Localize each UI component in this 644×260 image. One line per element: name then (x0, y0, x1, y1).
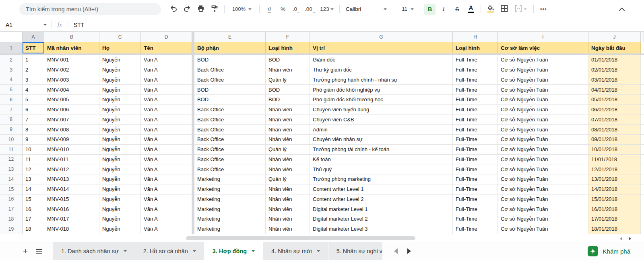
percent-format-button[interactable]: % (276, 3, 290, 15)
formula-input[interactable]: STT (74, 22, 84, 28)
cell[interactable]: Marketing (194, 184, 266, 194)
cell[interactable]: Marketing (194, 194, 266, 205)
cell[interactable]: Marketing (194, 174, 266, 184)
cell[interactable]: Full-Time (453, 204, 498, 214)
row-header-7[interactable]: 7 (0, 105, 23, 115)
cell[interactable]: 14/01/2018 (588, 184, 641, 194)
cell[interactable]: Full-Time (453, 145, 498, 155)
cell[interactable]: 1 (23, 55, 44, 65)
cell[interactable]: MNV-003 (44, 75, 99, 85)
cell[interactable]: Văn A (141, 155, 192, 165)
cell[interactable]: Chuyên viên tuyển dụng (310, 105, 453, 115)
cell[interactable]: Full-Time (453, 184, 498, 194)
merge-cells-button[interactable] (511, 3, 530, 15)
cell[interactable]: BOD (194, 95, 266, 105)
cell[interactable]: Văn A (141, 135, 192, 145)
cell[interactable]: Cơ sở Nguyễn Tuân (498, 55, 588, 65)
cell[interactable]: MNV-011 (44, 155, 99, 165)
row-header-19[interactable]: 19 (0, 224, 23, 234)
cell[interactable]: Cơ sở Nguyễn Tuân (498, 194, 588, 205)
cell[interactable]: Văn A (141, 65, 192, 75)
row-header-16[interactable]: 16 (0, 194, 23, 205)
cell[interactable]: BOD (266, 55, 310, 65)
cell[interactable]: BOD (194, 85, 266, 95)
name-box[interactable]: A1 (0, 22, 52, 28)
cell[interactable]: MNV-017 (44, 214, 99, 224)
cell[interactable]: Full-Time (453, 95, 498, 105)
cell[interactable]: Full-Time (453, 125, 498, 135)
all-sheets-button[interactable] (32, 242, 46, 260)
cell[interactable]: Nguyễn (99, 95, 141, 105)
column-header-b[interactable]: B (44, 32, 99, 42)
cell[interactable]: Thủ quỹ (310, 164, 453, 174)
hide-menus-button[interactable] (615, 3, 629, 15)
selected-cell-a1[interactable]: STT (23, 42, 44, 53)
cell[interactable]: Cơ sở Nguyễn Tuân (498, 75, 588, 85)
header-cell[interactable]: Loại hình (453, 42, 498, 53)
print-button[interactable] (194, 3, 208, 15)
cell[interactable]: 17/01/2018 (588, 214, 641, 224)
cell[interactable]: 09/01/2018 (588, 135, 641, 145)
cell[interactable]: Chuyên viên C&B (310, 115, 453, 125)
cell[interactable]: MNV-012 (44, 164, 99, 174)
cell[interactable]: MNV-018 (44, 224, 99, 234)
cell[interactable]: Cơ sở Nguyễn Tuân (498, 95, 588, 105)
header-cell[interactable]: Vị trí (310, 42, 453, 53)
cell[interactable]: 06/01/2018 (588, 105, 641, 115)
cell[interactable]: Full-Time (453, 164, 498, 174)
sheet-tab-3[interactable]: 3. Hợp đồng (204, 242, 263, 260)
row-header-4[interactable]: 4 (0, 75, 23, 85)
scroll-left-icon[interactable] (620, 237, 622, 241)
cell[interactable]: 3 (23, 75, 44, 85)
cell[interactable]: 6 (23, 105, 44, 115)
header-cell[interactable]: Họ (99, 42, 141, 53)
cell[interactable]: 05/01/2018 (588, 95, 641, 105)
cell[interactable]: Nguyễn (99, 125, 141, 135)
increase-decimal-button[interactable]: .00→ (303, 3, 317, 15)
row-header-1[interactable]: 1 (0, 42, 23, 53)
text-color-button[interactable]: A (464, 3, 478, 15)
font-size-select[interactable]: 11 (396, 4, 417, 15)
cell[interactable]: MNV-001 (44, 55, 99, 65)
cell[interactable]: MNV-013 (44, 174, 99, 184)
cell[interactable]: Thư ký giám đốc (310, 65, 453, 75)
sheet-tab-4[interactable]: 4. Nhân sự mới (263, 242, 328, 260)
cell[interactable]: 4 (23, 85, 44, 95)
cell[interactable]: Phó giám đốc khối nghiệp vụ (310, 85, 453, 95)
cell[interactable]: 03/01/2018 (588, 75, 641, 85)
cell[interactable]: Nhân viên (266, 214, 310, 224)
cell[interactable]: Digital marketer Level 2 (310, 214, 453, 224)
cell[interactable]: BOD (266, 95, 310, 105)
fill-color-button[interactable] (484, 3, 497, 15)
cell[interactable]: 18/01/2018 (588, 224, 641, 234)
column-header-a[interactable]: A (23, 32, 44, 42)
scroll-right-icon[interactable] (629, 237, 631, 241)
cell[interactable]: Văn A (141, 125, 192, 135)
cell[interactable]: Nguyễn (99, 105, 141, 115)
cell[interactable]: Nguyễn (99, 75, 141, 85)
cell[interactable]: 7 (23, 115, 44, 125)
cell[interactable]: Nhân viên (266, 224, 310, 234)
header-cell[interactable]: Bộ phận (194, 42, 266, 53)
cell[interactable]: Cơ sở Nguyễn Tuân (498, 184, 588, 194)
cell[interactable]: 10 (23, 145, 44, 155)
cell[interactable]: 2 (23, 65, 44, 75)
cell[interactable]: Nguyễn (99, 184, 141, 194)
cell[interactable]: 15 (23, 194, 44, 205)
cell[interactable]: Nguyễn (99, 85, 141, 95)
cell[interactable]: Nguyễn (99, 155, 141, 165)
cell[interactable]: 16 (23, 204, 44, 214)
cell[interactable]: 01/01/2018 (588, 55, 641, 65)
cell[interactable]: Full-Time (453, 65, 498, 75)
cell[interactable]: Marketing (194, 204, 266, 214)
cell[interactable]: Digital marketer Level 1 (310, 204, 453, 214)
row-header-11[interactable]: 11 (0, 145, 23, 155)
cell[interactable]: Văn A (141, 95, 192, 105)
cell[interactable]: MNV-004 (44, 85, 99, 95)
column-header-c[interactable]: C (99, 32, 141, 42)
cell[interactable]: Nhân viên (266, 115, 310, 125)
cell[interactable]: Back Office (194, 75, 266, 85)
strikethrough-button[interactable]: S (450, 3, 464, 15)
cell[interactable]: 9 (23, 135, 44, 145)
cell[interactable]: Phó giám đốc khối trường học (310, 95, 453, 105)
